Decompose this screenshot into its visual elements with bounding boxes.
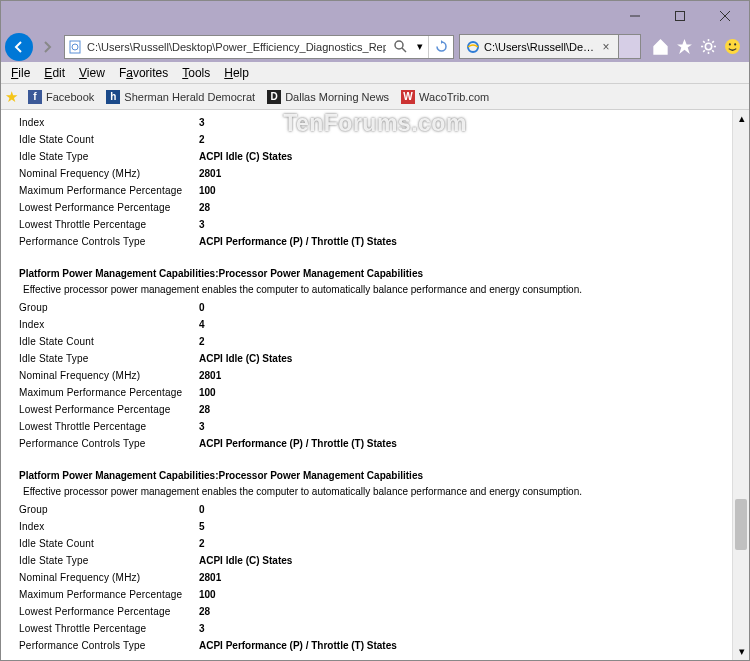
menu-help[interactable]: Help [218,64,255,82]
bookmark-item[interactable]: hSherman Herald Democrat [106,90,255,104]
property-row: Performance Controls TypeACPI Performanc… [19,638,737,654]
property-row: Maximum Performance Percentage100 [19,587,737,603]
property-value: 4 [199,317,205,333]
property-row: Lowest Performance Percentage28 [19,604,737,620]
property-key: Nominal Frequency (MHz) [19,368,199,384]
menu-file[interactable]: File [5,64,36,82]
property-row: Idle State TypeACPI Idle (C) States [19,351,737,367]
ie-icon [466,40,480,54]
property-value: ACPI Performance (P) / Throttle (T) Stat… [199,234,397,250]
forward-button[interactable] [35,35,59,59]
property-row: Idle State TypeACPI Idle (C) States [19,149,737,165]
property-key: Idle State Count [19,132,199,148]
section-description: Effective processor power management ena… [23,484,737,500]
menu-bar: File Edit View Favorites Tools Help [1,62,749,84]
property-row: Lowest Throttle Percentage3 [19,621,737,637]
property-value: 0 [199,300,205,316]
property-row: Maximum Performance Percentage100 [19,183,737,199]
bookmark-item[interactable]: DDallas Morning News [267,90,389,104]
property-row: Lowest Throttle Percentage3 [19,419,737,435]
smiley-icon[interactable] [723,38,741,56]
property-key: Idle State Count [19,536,199,552]
svg-line-15 [712,50,714,52]
property-value: ACPI Idle (C) States [199,553,292,569]
property-key: Performance Controls Type [19,436,199,452]
bookmark-label: Facebook [46,91,94,103]
property-value: 28 [199,604,210,620]
property-value: 28 [199,200,210,216]
svg-line-7 [402,48,406,52]
menu-view[interactable]: View [73,64,111,82]
property-value: 3 [199,621,205,637]
close-button[interactable] [702,2,747,30]
vertical-scrollbar[interactable]: ▴ ▾ [732,110,749,660]
favorites-star-icon[interactable]: ★ [5,88,18,106]
bookmark-label: WacoTrib.com [419,91,489,103]
favorites-icon[interactable] [675,38,693,56]
window-titlebar [1,1,749,31]
menu-tools[interactable]: Tools [176,64,216,82]
section-heading: Platform Power Management Capabilities:P… [19,468,737,484]
search-button[interactable] [388,36,412,58]
property-key: Maximum Performance Percentage [19,587,199,603]
menu-favorites[interactable]: Favorites [113,64,174,82]
svg-rect-1 [675,12,684,21]
section-description: Effective processor power management ena… [23,282,737,298]
bookmark-icon: h [106,90,120,104]
navigation-bar: ▾ C:\Users\Russell\Desktop\P... × [1,31,749,62]
home-icon[interactable] [651,38,669,56]
tab-active[interactable]: C:\Users\Russell\Desktop\P... × [459,34,619,59]
refresh-button[interactable] [429,36,453,58]
bookmarks-bar: ★ fFacebookhSherman Herald DemocratDDall… [1,84,749,110]
property-value: 5 [199,519,205,535]
property-value: 0 [199,502,205,518]
property-key: Nominal Frequency (MHz) [19,570,199,586]
property-key: Idle State Type [19,351,199,367]
property-key: Lowest Performance Percentage [19,200,199,216]
property-key: Lowest Throttle Percentage [19,217,199,233]
property-key: Nominal Frequency (MHz) [19,166,199,182]
bookmark-item[interactable]: WWacoTrib.com [401,90,489,104]
scroll-down-button[interactable]: ▾ [733,643,749,660]
section-heading: Platform Power Management Capabilities:P… [19,266,737,282]
property-row: Nominal Frequency (MHz)2801 [19,570,737,586]
address-input[interactable] [85,41,388,53]
property-key: Index [19,317,199,333]
bookmark-icon: D [267,90,281,104]
property-value: 2 [199,334,205,350]
property-value: 100 [199,183,216,199]
property-key: Maximum Performance Percentage [19,183,199,199]
scroll-up-button[interactable]: ▴ [733,110,749,127]
new-tab-button[interactable] [619,34,641,59]
svg-point-6 [395,41,403,49]
property-row: Idle State Count2 [19,536,737,552]
tab-close-icon[interactable]: × [600,40,612,54]
property-key: Lowest Throttle Percentage [19,419,199,435]
property-key: Idle State Type [19,149,199,165]
property-row: Idle State Count2 [19,334,737,350]
property-key: Index [19,519,199,535]
scroll-thumb[interactable] [735,499,747,551]
page-icon [65,40,85,54]
minimize-button[interactable] [612,2,657,30]
property-key: Group [19,502,199,518]
property-value: 3 [199,115,205,131]
menu-edit[interactable]: Edit [38,64,71,82]
dropdown-button[interactable]: ▾ [412,36,428,58]
tab-label: C:\Users\Russell\Desktop\P... [484,41,596,53]
bookmark-icon: f [28,90,42,104]
property-value: ACPI Performance (P) / Throttle (T) Stat… [199,436,397,452]
maximize-button[interactable] [657,2,702,30]
tools-icon[interactable] [699,38,717,56]
bookmark-item[interactable]: fFacebook [28,90,94,104]
property-row: Group0 [19,300,737,316]
property-value: 2801 [199,368,221,384]
property-key: Group [19,300,199,316]
property-row: Idle State Count2 [19,132,737,148]
property-key: Performance Controls Type [19,638,199,654]
back-button[interactable] [5,33,33,61]
property-key: Idle State Type [19,553,199,569]
scroll-track[interactable] [733,127,749,643]
property-row: Index3 [19,115,737,131]
property-key: Lowest Performance Percentage [19,604,199,620]
